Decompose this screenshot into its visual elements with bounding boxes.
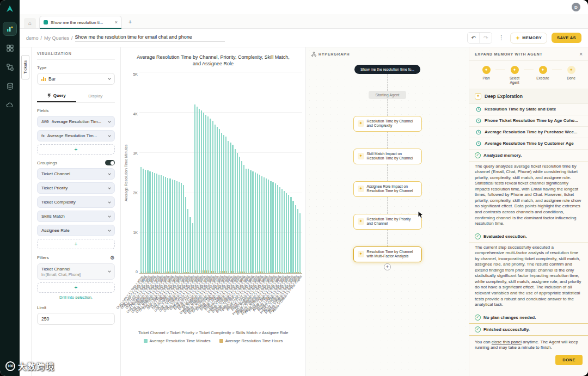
bar[interactable] [286,72,287,273]
bar[interactable] [154,72,156,273]
bar[interactable] [228,72,229,273]
rail-database-icon[interactable] [3,79,16,93]
close-panel-link[interactable]: close this panel [492,340,522,344]
redo-icon[interactable]: ↷ [480,33,492,43]
bar[interactable] [192,72,194,273]
breadcrumb-demo[interactable]: demo [26,35,39,41]
add-filter-button[interactable]: + [37,282,115,293]
deep-exploration-row[interactable]: ✦ Deep Exploration [469,89,588,104]
bar[interactable] [225,72,227,273]
bar[interactable] [194,72,196,273]
bar[interactable] [268,72,270,273]
bar[interactable] [243,72,245,273]
hypergraph-node[interactable]: ✦Assignee Role Impact on Resolution Time… [353,181,422,197]
bar[interactable] [165,72,167,273]
bar[interactable] [212,72,214,273]
bar[interactable] [149,72,151,273]
memory-item[interactable]: Average Resolution Time by Customer Age [469,138,588,150]
bar[interactable] [223,72,225,273]
memory-item[interactable]: Resolution Time by State and Date [469,104,588,115]
bar[interactable] [167,72,169,273]
chart-type-select[interactable]: Bar [37,73,115,85]
undo-icon[interactable]: ↶ [468,33,480,43]
bar[interactable] [181,72,182,273]
bar[interactable] [279,72,281,273]
bar[interactable] [219,72,220,273]
bar[interactable] [246,72,247,273]
bar[interactable] [257,72,259,273]
bar[interactable] [163,72,164,273]
field-chip[interactable]: fxAverage Resolution Tim... [37,130,115,141]
done-button[interactable]: DONE [555,355,583,365]
bar[interactable] [295,72,297,273]
bar[interactable] [290,72,292,273]
rail-dashboard-icon[interactable] [3,41,16,54]
query-tab[interactable]: Show me the resolution ti... × [39,16,122,28]
bar[interactable] [210,72,211,273]
bar[interactable] [239,72,241,273]
breadcrumb-my-queries[interactable]: My Queries [44,35,69,41]
bar[interactable] [284,72,285,273]
bar[interactable] [215,72,216,273]
bar[interactable] [199,72,200,273]
bar[interactable] [197,72,198,273]
drill-into-selection-link[interactable]: Drill into selection. [37,295,115,300]
hypergraph-start-node[interactable]: Starting Agent [369,91,407,99]
bar[interactable] [297,72,299,273]
tab-display[interactable]: Display [76,90,115,102]
bar[interactable] [174,72,176,273]
hypergraph-node[interactable]: ✦Resolution Time by Priority and Channel [353,214,422,230]
save-as-button[interactable]: SAVE AS [552,33,581,43]
bar[interactable] [203,72,205,273]
bar[interactable] [156,72,158,273]
new-tab-button[interactable]: + [125,17,135,27]
hypergraph-node[interactable]: ✦Resolution Time by Channel with Multi-F… [353,246,422,262]
bar[interactable] [140,72,142,273]
bar[interactable] [299,72,301,273]
gear-icon[interactable]: ⚙ [110,255,115,261]
tab-close-icon[interactable]: × [115,20,118,25]
hypergraph-node[interactable]: ✦Resolution Time by Channel and Complexi… [353,116,422,132]
bar[interactable] [158,72,160,273]
bar[interactable] [241,72,243,273]
bar[interactable] [281,72,283,273]
bar[interactable] [248,72,249,273]
rail-workflow-icon[interactable] [3,60,16,73]
bar[interactable] [205,72,207,273]
bar[interactable] [143,72,144,273]
add-field-button[interactable]: + [37,144,115,155]
bar[interactable] [221,72,223,273]
bar[interactable] [169,72,171,273]
grouping-chip[interactable]: Ticket Channel [37,168,115,180]
bar[interactable] [264,72,265,273]
grouping-chip[interactable]: Ticket Priority [37,182,115,194]
filter-chip-ticket-channel[interactable]: Ticket Channel In [Email, Chat, Phone] [37,263,115,280]
bar[interactable] [272,72,274,273]
bar[interactable] [237,72,238,273]
home-icon[interactable]: ⌂ [24,18,36,28]
tickets-tab[interactable]: Tickets [21,55,29,79]
bar[interactable] [270,72,272,273]
bar[interactable] [277,72,279,273]
grouping-chip[interactable]: Assignee Role [37,225,115,236]
bar[interactable] [250,72,252,273]
bar[interactable] [183,72,185,273]
bar[interactable] [207,72,209,273]
bar[interactable] [252,72,254,273]
bar[interactable] [152,72,154,273]
bar[interactable] [259,72,261,273]
bar[interactable] [232,72,234,273]
memory-item[interactable]: Phone Ticket Resolution Time by Age Coho… [469,115,588,127]
bar[interactable] [235,72,236,273]
bar[interactable] [288,72,290,273]
bar[interactable] [185,72,187,273]
bar[interactable] [201,72,203,273]
kebab-menu-icon[interactable]: ⋮ [497,34,506,41]
bar[interactable] [147,72,149,273]
limit-input[interactable] [37,313,115,325]
query-title[interactable]: Show me the resolution time for email ch… [75,34,225,42]
groupings-toggle[interactable] [105,160,115,165]
rail-analytics-icon[interactable] [3,22,16,35]
bar[interactable] [255,72,256,273]
bar[interactable] [145,72,146,273]
